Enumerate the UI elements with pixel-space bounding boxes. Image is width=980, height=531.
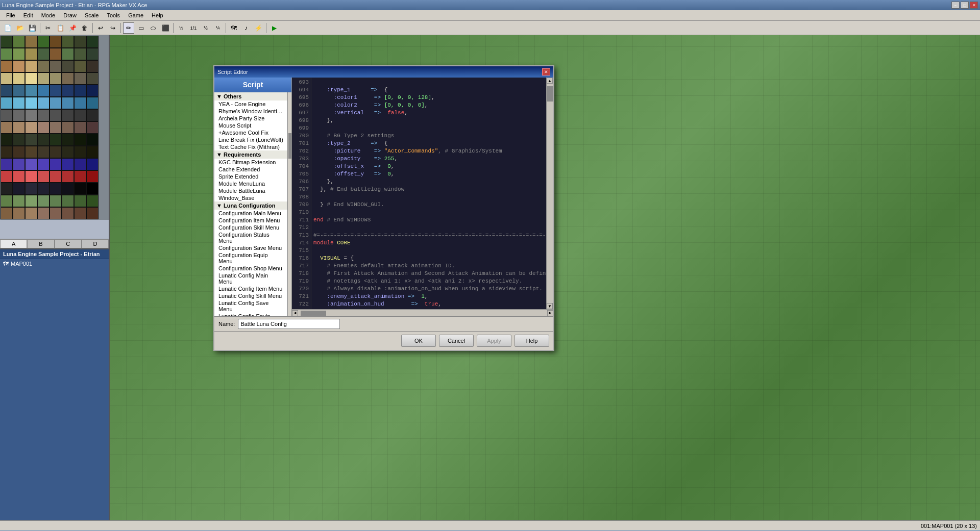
project-header: Luna Engine Sample Project - Etrian (0, 249, 109, 259)
script-item-mouse[interactable]: Mouse Script (214, 122, 287, 129)
project-map-item[interactable]: 🗺 MAP001 (0, 259, 109, 268)
toolbar-delete[interactable]: 🗑 (79, 22, 90, 34)
code-scrollbar-v[interactable]: ▲ ▼ (546, 78, 553, 309)
apply-button[interactable]: Apply (477, 335, 511, 347)
script-list-panel: Script ▼ Others YEA - Core Engine Rhyme'… (214, 78, 292, 316)
script-item-archeia[interactable]: Archeia Party Size (214, 115, 287, 122)
status-bar: 001:MAP001 (20 x 13) (0, 520, 980, 530)
code-content[interactable]: :type_1 => { :color1 => [0, 0, 0, 128], … (311, 78, 546, 309)
menu-mode[interactable]: Mode (37, 11, 60, 19)
script-item-lunaticskill[interactable]: Lunatic Config Skill Menu (214, 292, 287, 299)
toolbar-cut[interactable]: ✂ (42, 22, 54, 34)
help-button[interactable]: Help (514, 335, 549, 347)
cancel-button[interactable]: Cancel (439, 335, 474, 347)
toolbar-pencil[interactable]: ✏ (123, 22, 134, 34)
toolbar-sep-5 (226, 23, 226, 33)
script-item-windowbase[interactable]: Window_Base (214, 194, 287, 201)
menu-scale[interactable]: Scale (81, 11, 103, 19)
toolbar-scale-half[interactable]: ½ (176, 22, 187, 34)
title-bar: Luna Engine Sample Project - Etrian - RP… (0, 0, 980, 10)
script-item-modulebattle[interactable]: Module BattleLuna (214, 187, 287, 194)
menu-edit[interactable]: Edit (19, 11, 37, 19)
scroll-down-btn[interactable]: ▼ (547, 303, 553, 309)
script-editor-dialog: Script Editor ✕ Script ▼ Others YEA - Co… (213, 65, 554, 351)
palette-tab-b[interactable]: B (27, 239, 54, 248)
toolbar-fill[interactable]: ⬛ (160, 22, 171, 34)
script-item-confmain[interactable]: Configuration Main Menu (214, 210, 287, 217)
toolbar-scale-2[interactable]: ½ (200, 22, 211, 34)
palette-tab-d[interactable]: D (82, 239, 109, 248)
toolbar-open[interactable]: 📂 (14, 22, 26, 34)
scroll-up-btn[interactable]: ▲ (547, 78, 553, 84)
script-item-confshop[interactable]: Configuration Shop Menu (214, 265, 287, 272)
toolbar-ellipse[interactable]: ⬭ (148, 22, 159, 34)
toolbar-redo[interactable]: ↪ (107, 22, 118, 34)
toolbar-music[interactable]: ♪ (240, 22, 252, 34)
script-item-rhyme[interactable]: Rhyme's Window Identifier (214, 108, 287, 115)
script-item-awesome[interactable]: +Awesome Cool Fix (214, 129, 287, 136)
menu-draw[interactable]: Draw (59, 11, 81, 19)
scroll-left-btn[interactable]: ◄ (292, 310, 298, 316)
menu-game[interactable]: Game (124, 11, 148, 19)
script-item-kgc[interactable]: KGC Bitmap Extension (214, 159, 287, 166)
script-item-confequip[interactable]: Configuration Equip Menu (214, 251, 287, 265)
script-item-modulemenu[interactable]: Module MenuLuna (214, 180, 287, 187)
app-title: Luna Engine Sample Project - Etrian - RP… (2, 2, 147, 8)
toolbar-copy[interactable]: 📋 (55, 22, 66, 34)
toolbar-new[interactable]: 📄 (2, 22, 13, 34)
toolbar-undo[interactable]: ↩ (95, 22, 106, 34)
script-item-linebreak[interactable]: Line Break Fix (LoneWolf) (214, 136, 287, 143)
script-item-confsave[interactable]: Configuration Save Menu (214, 244, 287, 251)
script-item-sprite[interactable]: Sprite Extended (214, 173, 287, 180)
script-item-yea[interactable]: YEA - Core Engine (214, 100, 287, 108)
map-item-label: MAP001 (11, 261, 32, 267)
toolbar-map[interactable]: 🗺 (228, 22, 239, 34)
toolbar-paste[interactable]: 📌 (67, 22, 78, 34)
dialog-title-bar: Script Editor ✕ (214, 66, 553, 78)
script-item-confstatus[interactable]: Configuration Status Menu (214, 231, 287, 244)
palette-tab-c[interactable]: C (55, 239, 82, 248)
toolbar-save[interactable]: 💾 (27, 22, 38, 34)
menu-tools[interactable]: Tools (103, 11, 124, 19)
menu-file[interactable]: File (2, 11, 19, 19)
code-scrollbar-h[interactable]: ◄ ► (292, 309, 553, 316)
toolbar-play[interactable]: ▶ (268, 22, 280, 34)
script-list: ▼ Others YEA - Core Engine Rhyme's Windo… (214, 92, 291, 316)
script-list-header: Script (214, 78, 291, 92)
code-editor-panel: 693694695696697 698699700701702 70370470… (292, 78, 553, 316)
toolbar-rectangle[interactable]: ▭ (135, 22, 146, 34)
scroll-right-btn[interactable]: ► (547, 310, 553, 316)
toolbar-sep-6 (266, 23, 266, 33)
minimize-button[interactable]: − (951, 2, 960, 9)
script-item-lunaticequip[interactable]: Lunatic Config Equip Menu (214, 313, 287, 316)
toolbar-scale-1[interactable]: 1/1 (188, 22, 199, 34)
menu-bar: File Edit Mode Draw Scale Tools Game Hel… (0, 10, 980, 21)
dialog-close-button[interactable]: ✕ (542, 68, 550, 75)
maximize-button[interactable]: □ (961, 2, 969, 9)
dialog-title: Script Editor (217, 69, 248, 75)
menu-help[interactable]: Help (148, 11, 167, 19)
map-info: 001:MAP001 (20 x 13) (921, 523, 977, 529)
script-item-cache[interactable]: Cache Extended (214, 166, 287, 173)
toolbar-scale-4[interactable]: ¼ (212, 22, 224, 34)
script-item-confskill[interactable]: Configuration Skill Menu (214, 224, 287, 231)
script-item-lunaticitem[interactable]: Lunatic Config Item Menu (214, 285, 287, 292)
group-others[interactable]: ▼ Others (214, 92, 287, 100)
palette-tab-a[interactable]: A (0, 239, 27, 248)
group-requirements[interactable]: ▼ Requirements (214, 150, 287, 159)
group-luna-config[interactable]: ▼ Luna Configuration (214, 201, 287, 210)
ok-button[interactable]: OK (401, 335, 436, 347)
close-button[interactable]: ✕ (970, 2, 978, 9)
script-item-lunaticmain[interactable]: Lunatic Config Main Menu (214, 272, 287, 285)
code-area[interactable]: 693694695696697 698699700701702 70370470… (292, 78, 553, 309)
script-item-confitem[interactable]: Configuration Item Menu (214, 217, 287, 224)
toolbar-sep-2 (92, 23, 93, 33)
toolbar-event[interactable]: ⚡ (253, 22, 264, 34)
script-item-lunaticsave[interactable]: Lunatic Config Save Menu (214, 299, 287, 313)
script-item-textcache[interactable]: Text Cache Fix (Mithran) (214, 143, 287, 150)
toolbar-sep-1 (40, 23, 40, 33)
scroll-thumb-h (301, 311, 326, 316)
line-numbers: 693694695696697 698699700701702 70370470… (292, 78, 311, 309)
script-list-scrollbar[interactable] (287, 92, 291, 316)
script-name-input[interactable] (238, 319, 340, 329)
